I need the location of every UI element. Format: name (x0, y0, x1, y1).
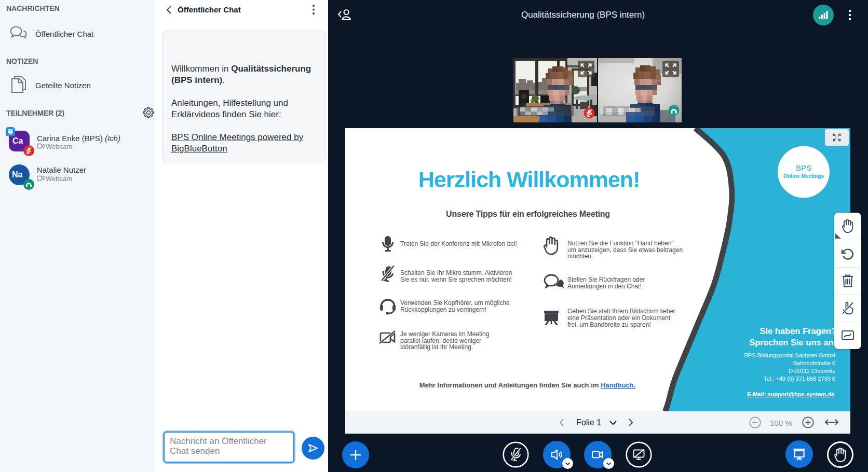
svg-text:möchten.: möchten. (567, 253, 593, 260)
svg-text:Online Meetings: Online Meetings (783, 173, 824, 179)
svg-text:E-Mail: support@bps-system.de: E-Mail: support@bps-system.de (747, 391, 834, 397)
svg-text:Sie haben Fragen?: Sie haben Fragen? (760, 326, 836, 336)
svg-text:Tel.: +49 (0) 371 666 2739 6: Tel.: +49 (0) 371 666 2739 6 (764, 376, 835, 382)
svg-text:Geben Sie statt Ihrem Bildschi: Geben Sie statt Ihrem Bildschirm lieber (567, 308, 675, 315)
svg-text:Nutzen Sie die Funktion "Hand: Nutzen Sie die Funktion "Hand heben" (567, 240, 674, 247)
svg-text:Sprechen Sie uns an!: Sprechen Sie uns an! (749, 338, 836, 347)
svg-text:Schalten Sie Ihr Mikro stumm.: Schalten Sie Ihr Mikro stumm. Aktivieren (400, 269, 512, 276)
svg-text:Treten Sie der Konferenz mit M: Treten Sie der Konferenz mit Mikrofon be… (400, 240, 517, 247)
svg-text:Unsere Tipps für ein erfolgrei: Unsere Tipps für ein erfolgreiches Meeti… (446, 210, 610, 218)
svg-text:störanfällig ist Ihr Meeting.: störanfällig ist Ihr Meeting. (400, 343, 473, 351)
svg-text:Mehr Informationen und Anleitu: Mehr Informationen und Anleitungen finde… (419, 381, 635, 389)
svg-text:eine Präsentation oder ein Dok: eine Präsentation oder ein Dokument (567, 314, 671, 322)
svg-text:D-09111 Chemnitz: D-09111 Chemnitz (789, 368, 835, 374)
svg-text:Verwenden Sie Kopfhörer, um mö: Verwenden Sie Kopfhörer, um mögliche (400, 299, 510, 307)
svg-text:Sie es nur, wenn Sie sprechen: Sie es nur, wenn Sie sprechen möchten! (400, 276, 512, 283)
svg-text:Rückkopplungen zu verringern!: Rückkopplungen zu verringern! (400, 306, 486, 313)
svg-text:Anmerkungen in den Chat!: Anmerkungen in den Chat! (567, 283, 642, 290)
svg-text:Stellen Sie Rückfragen oder: Stellen Sie Rückfragen oder (567, 276, 645, 283)
svg-text:Herzlich Willkommen!: Herzlich Willkommen! (418, 167, 640, 192)
svg-text:frei, um Bandbreite zu sparen!: frei, um Bandbreite zu sparen! (567, 321, 651, 328)
svg-text:BPS Bildungsportal Sachsen Gmb: BPS Bildungsportal Sachsen GmbH (744, 352, 836, 358)
svg-text:BPS: BPS (796, 163, 811, 172)
svg-text:Je weniger Kameras im Meeting: Je weniger Kameras im Meeting (400, 330, 489, 338)
svg-text:Bahnhofstraße 6: Bahnhofstraße 6 (793, 360, 835, 366)
